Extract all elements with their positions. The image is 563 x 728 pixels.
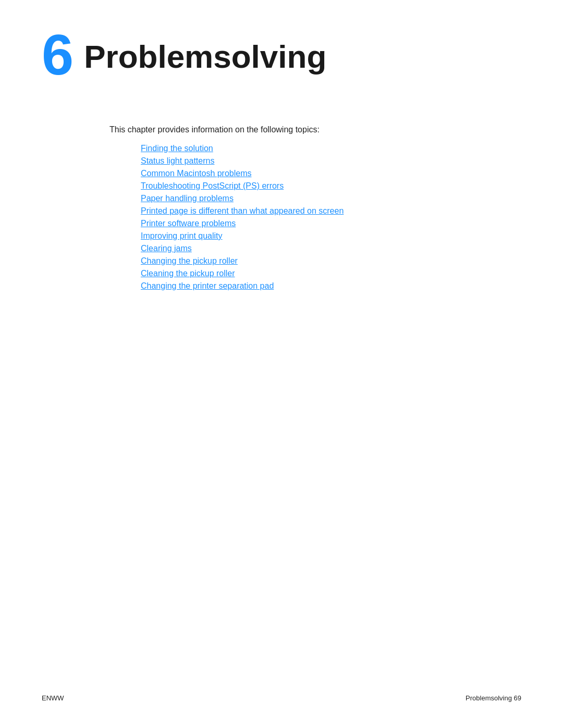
toc-item: Cleaning the pickup roller xyxy=(141,269,521,278)
toc-link[interactable]: Troubleshooting PostScript (PS) errors xyxy=(141,181,284,190)
footer-right: Problemsolving 69 xyxy=(466,694,521,702)
footer-left: ENWW xyxy=(42,694,64,702)
chapter-number: 6 xyxy=(42,26,74,83)
toc-item: Troubleshooting PostScript (PS) errors xyxy=(141,181,521,191)
toc-item: Improving print quality xyxy=(141,231,521,241)
toc-list: Finding the solutionStatus light pattern… xyxy=(141,144,521,291)
intro-text: This chapter provides information on the… xyxy=(109,125,521,134)
toc-item: Common Macintosh problems xyxy=(141,169,521,178)
toc-item: Status light patterns xyxy=(141,156,521,166)
toc-link[interactable]: Cleaning the pickup roller xyxy=(141,269,235,278)
chapter-title: Problemsolving xyxy=(84,31,326,75)
toc-link[interactable]: Status light patterns xyxy=(141,156,214,165)
toc-item: Clearing jams xyxy=(141,244,521,253)
toc-item: Printer software problems xyxy=(141,219,521,228)
toc-link[interactable]: Finding the solution xyxy=(141,144,213,153)
toc-link[interactable]: Printer software problems xyxy=(141,219,236,228)
toc-link[interactable]: Improving print quality xyxy=(141,231,223,240)
toc-item: Changing the printer separation pad xyxy=(141,281,521,291)
toc-link[interactable]: Changing the printer separation pad xyxy=(141,281,274,290)
toc-link[interactable]: Clearing jams xyxy=(141,244,192,253)
footer: ENWW Problemsolving 69 xyxy=(42,694,521,702)
toc-item: Changing the pickup roller xyxy=(141,256,521,266)
toc-link[interactable]: Changing the pickup roller xyxy=(141,256,238,265)
toc-link[interactable]: Paper handling problems xyxy=(141,194,234,203)
toc-item: Paper handling problems xyxy=(141,194,521,203)
page: 6 Problemsolving This chapter provides i… xyxy=(0,0,563,728)
toc-item: Finding the solution xyxy=(141,144,521,153)
toc-link[interactable]: Printed page is different than what appe… xyxy=(141,206,344,215)
chapter-header: 6 Problemsolving xyxy=(42,31,521,83)
toc-link[interactable]: Common Macintosh problems xyxy=(141,169,252,178)
toc-item: Printed page is different than what appe… xyxy=(141,206,521,216)
